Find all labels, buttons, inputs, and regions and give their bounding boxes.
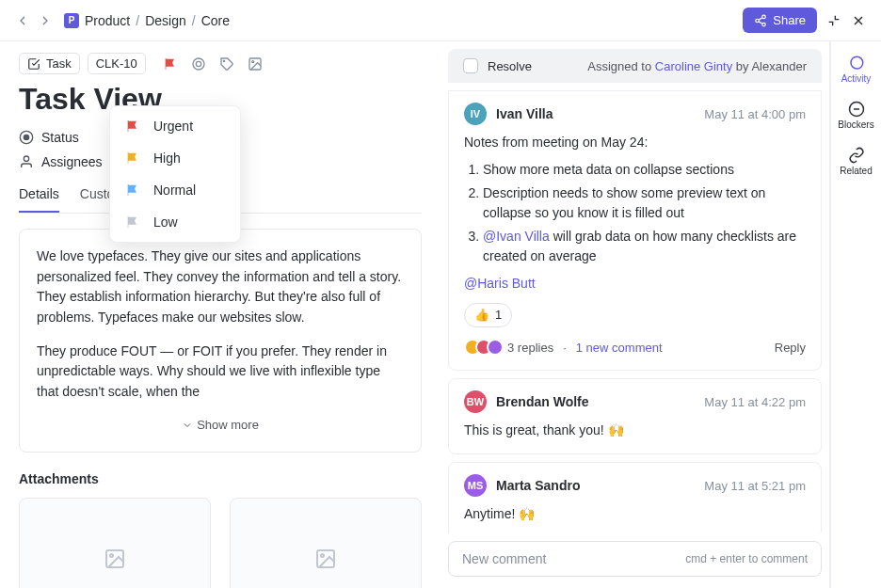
resolve-label: Resolve <box>488 59 532 73</box>
side-rail: Activity Blockers Related <box>830 41 881 588</box>
comment: BW Brendan Wolfe May 11 at 4:22 pm This … <box>448 378 822 454</box>
nav-back-button[interactable] <box>15 13 30 28</box>
resolve-checkbox[interactable] <box>463 58 478 73</box>
attachments-grid <box>19 498 422 588</box>
svg-line-3 <box>759 21 762 23</box>
svg-point-7 <box>193 58 204 70</box>
flag-icon <box>125 215 140 230</box>
share-label: Share <box>773 13 806 27</box>
tool-icons <box>163 56 263 72</box>
new-comment-indicator[interactable]: 1 new comment <box>576 339 663 358</box>
svg-point-13 <box>24 135 28 139</box>
tag-icon[interactable] <box>219 56 234 72</box>
mention[interactable]: @Ivan Villa <box>483 229 550 244</box>
list-item: Description needs to show some preview t… <box>483 183 806 223</box>
tab-details[interactable]: Details <box>19 186 59 213</box>
rail-related[interactable]: Related <box>831 141 881 182</box>
comment-author[interactable]: Brendan Wolfe <box>496 394 589 409</box>
priority-option-high[interactable]: High <box>110 142 240 174</box>
svg-point-9 <box>223 60 224 61</box>
crumb-design[interactable]: Design <box>145 13 186 28</box>
comment-author[interactable]: Marta Sandro <box>496 478 580 493</box>
resolve-bar: Resolve Assigned to Caroline Ginty by Al… <box>448 49 822 83</box>
show-more-button[interactable]: Show more <box>37 416 404 435</box>
breadcrumb: P Product / Design / Core <box>64 13 230 28</box>
comment-body: This is great, thank you! 🙌 <box>464 421 806 440</box>
reaction-emoji: 👍 <box>474 306 489 325</box>
attachments-title: Attachments <box>19 471 422 486</box>
crumb-sep: / <box>192 13 196 28</box>
nav-forward-button[interactable] <box>38 13 53 28</box>
comment-author[interactable]: Ivan Villa <box>496 106 553 121</box>
svg-point-2 <box>762 23 766 26</box>
status-icon <box>19 130 34 145</box>
project-badge[interactable]: P <box>64 13 79 28</box>
priority-option-low[interactable]: Low <box>110 206 240 238</box>
comment-time: May 11 at 4:22 pm <box>704 395 806 409</box>
chevron-down-icon <box>182 420 193 431</box>
nav-arrows <box>15 13 53 28</box>
crumb-core[interactable]: Core <box>201 13 230 28</box>
assignee-link[interactable]: Caroline Ginty <box>655 59 732 73</box>
task-chip-label: Task <box>46 56 72 71</box>
avatar: BW <box>464 390 487 413</box>
reply-button[interactable]: Reply <box>775 339 806 358</box>
priority-label: High <box>153 151 181 166</box>
comment-time: May 11 at 5:21 pm <box>704 479 806 493</box>
main: Task CLK-10 Task View Status Assignees D… <box>0 41 881 588</box>
attachment-placeholder[interactable] <box>19 498 211 588</box>
task-chip[interactable]: Task <box>19 53 80 74</box>
assignees-label: Assignees <box>41 154 103 169</box>
topbar: P Product / Design / Core Share <box>0 0 881 41</box>
priority-flag-icon[interactable] <box>163 56 178 72</box>
topbar-right: Share <box>743 8 866 33</box>
attachment-placeholder[interactable] <box>230 498 422 588</box>
comment-body: Anytime! 🙌 <box>464 504 806 524</box>
comment-body: Notes from meeting on May 24: Show more … <box>464 133 806 357</box>
new-comment-input[interactable]: New comment cmd + enter to comment <box>448 541 822 577</box>
rail-blockers[interactable]: Blockers <box>831 95 881 135</box>
crumb-sep: / <box>136 13 139 28</box>
share-icon <box>754 14 767 27</box>
task-icon <box>27 57 40 71</box>
comments-list: IV Ivan Villa May 11 at 4:00 pm Notes fr… <box>440 83 829 533</box>
description-p1: We love typefaces. They give our sites a… <box>37 246 404 328</box>
svg-point-11 <box>251 60 253 62</box>
image-placeholder-icon <box>104 548 126 570</box>
image-placeholder-icon <box>314 548 337 570</box>
code-chip-label: CLK-10 <box>96 56 137 71</box>
priority-label: Low <box>153 215 178 230</box>
crumb-product[interactable]: Product <box>85 13 130 28</box>
show-more-label: Show more <box>197 416 259 435</box>
priority-label: Urgent <box>153 119 193 134</box>
priority-option-normal[interactable]: Normal <box>110 174 240 206</box>
left-pane: Task CLK-10 Task View Status Assignees D… <box>0 41 440 588</box>
priority-menu: Urgent High Normal Low <box>109 105 241 243</box>
svg-point-0 <box>762 15 766 18</box>
minimize-icon[interactable] <box>826 13 841 28</box>
close-icon[interactable] <box>851 13 866 28</box>
description-p2: They produce FOUT — or FOIT if you prefe… <box>37 342 404 403</box>
flag-icon <box>125 183 140 198</box>
replies-count[interactable]: 3 replies <box>507 339 553 358</box>
comment: IV Ivan Villa May 11 at 4:00 pm Notes fr… <box>448 90 822 371</box>
avatar: IV <box>464 103 487 125</box>
sprint-icon[interactable] <box>191 56 206 72</box>
thread-avatars <box>464 339 498 356</box>
person-icon <box>19 154 34 169</box>
image-icon[interactable] <box>248 56 263 72</box>
thread-footer: 3 replies · 1 new comment Reply <box>464 339 806 358</box>
comment: MS Marta Sandro May 11 at 5:21 pm Anytim… <box>448 462 822 533</box>
priority-option-urgent[interactable]: Urgent <box>110 110 240 142</box>
chat-icon <box>848 55 865 72</box>
description-card: We love typefaces. They give our sites a… <box>19 229 422 453</box>
right-pane: Resolve Assigned to Caroline Ginty by Al… <box>440 41 830 588</box>
composer-hint: cmd + enter to comment <box>685 552 808 565</box>
reaction-chip[interactable]: 👍 1 <box>464 303 512 327</box>
flag-icon <box>125 151 140 166</box>
rail-activity[interactable]: Activity <box>831 49 881 89</box>
avatar: MS <box>464 474 487 497</box>
mention[interactable]: @Haris Butt <box>464 276 536 291</box>
share-button[interactable]: Share <box>743 8 817 33</box>
code-chip[interactable]: CLK-10 <box>88 53 146 74</box>
